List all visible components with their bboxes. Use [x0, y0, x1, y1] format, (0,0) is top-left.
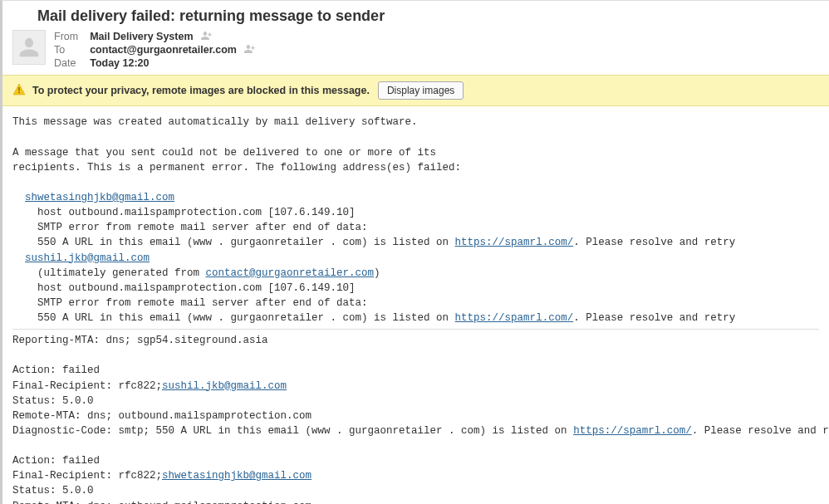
final-recipient-link[interactable]: shwetasinghjkb@gmail.com [162, 470, 311, 482]
spamrl-link[interactable]: https://spamrl.com/ [455, 312, 574, 324]
spamrl-link[interactable]: https://spamrl.com/ [573, 425, 692, 437]
message-body: This message was created automatically b… [2, 106, 829, 504]
privacy-message: To protect your privacy, remote images a… [32, 85, 370, 96]
date-label: Date [54, 56, 90, 70]
final-recipient-link[interactable]: sushil.jkb@gmail.com [162, 380, 287, 392]
svg-rect-1 [18, 92, 20, 94]
from-value: Mail Delivery System [90, 30, 256, 43]
svg-rect-0 [18, 87, 20, 91]
warning-icon [12, 83, 26, 99]
failed-recipient-link[interactable]: sushil.jkb@gmail.com [25, 252, 150, 264]
add-contact-icon[interactable] [201, 31, 213, 43]
display-images-button[interactable]: Display images [378, 81, 464, 100]
from-label: From [54, 30, 90, 43]
failed-recipient-link[interactable]: shwetasinghjkb@gmail.com [25, 192, 174, 203]
spamrl-link[interactable]: https://spamrl.com/ [455, 237, 574, 248]
add-contact-icon[interactable] [244, 44, 256, 56]
separator [12, 329, 819, 330]
to-label: To [54, 43, 90, 56]
to-value: contact@gurgaonretailer.com [90, 43, 256, 56]
privacy-bar: To protect your privacy, remote images a… [2, 75, 829, 106]
message-header: Mail delivery failed: returning message … [2, 1, 829, 75]
date-value: Today 12:20 [90, 56, 256, 70]
avatar [12, 30, 46, 65]
header-meta: From Mail Delivery System To contact@gur… [54, 30, 256, 70]
mail-view: Mail delivery failed: returning message … [0, 0, 829, 504]
subject-title: Mail delivery failed: returning message … [37, 7, 819, 25]
generated-from-link[interactable]: contact@gurgaonretailer.com [206, 267, 375, 279]
user-icon [17, 35, 42, 60]
